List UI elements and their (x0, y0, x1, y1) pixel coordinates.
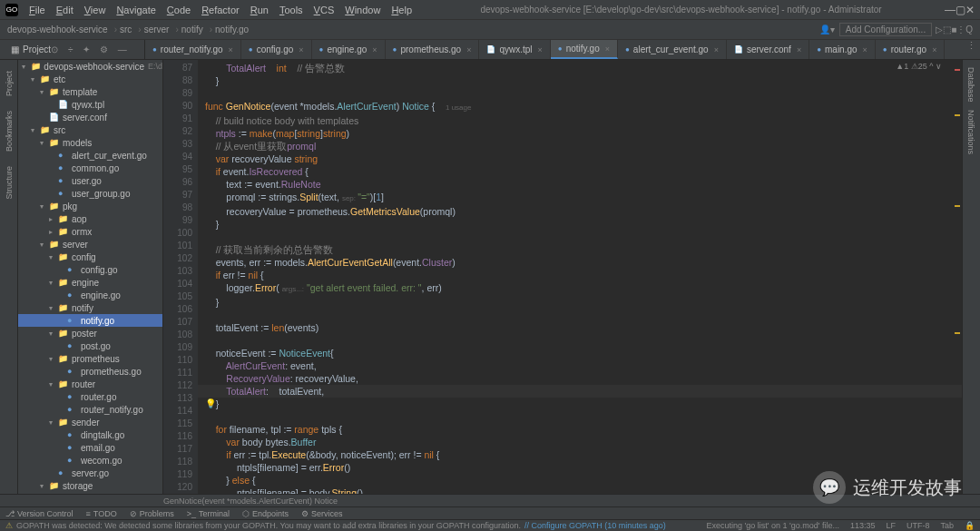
tab-router_notify-go[interactable]: ●router_notify.go× (145, 40, 241, 59)
tree-arrow-icon[interactable]: ▾ (49, 418, 58, 427)
tab-close-icon[interactable]: × (714, 45, 719, 54)
tree-item-server-conf[interactable]: 📄server.conf (18, 111, 162, 123)
tree-item-prometheus-go[interactable]: ●prometheus.go (18, 365, 162, 378)
tree-item-server-go[interactable]: ●server.go (18, 467, 162, 479)
tree-arrow-icon[interactable]: ▾ (49, 380, 58, 388)
status-link[interactable]: // Configure GOPATH (10 minutes ago) (524, 521, 666, 530)
breadcrumb-segment[interactable]: src (120, 25, 132, 34)
status-field[interactable]: UTF-8 (906, 521, 930, 530)
tab-close-icon[interactable]: × (466, 45, 471, 54)
tree-arrow-icon[interactable]: ▸ (49, 228, 58, 236)
tree-arrow-icon[interactable]: ▾ (40, 241, 49, 249)
menu-refactor[interactable]: Refactor (196, 5, 245, 15)
tabs-more-icon[interactable]: ⋮ (962, 40, 980, 59)
tab-close-icon[interactable]: × (538, 45, 543, 54)
menu-edit[interactable]: Edit (51, 5, 79, 15)
project-header-tools[interactable]: ⊙ ÷ ✦ ⚙ — (51, 44, 131, 54)
tree-arrow-icon[interactable]: ▾ (49, 253, 58, 261)
tool-problems[interactable]: ⊘Problems (130, 509, 174, 518)
tab-close-icon[interactable]: × (229, 45, 233, 54)
project-tree[interactable]: ▾📁devops-webhook-serviceE:\d▾📁etc▾📁templ… (18, 60, 162, 494)
menu-tools[interactable]: Tools (274, 5, 309, 15)
tab-server-conf[interactable]: 📄server.conf× (727, 40, 809, 59)
tree-item-storage-go[interactable]: ●storage.go (18, 492, 162, 494)
intention-bulb-icon[interactable]: 💡 (205, 398, 216, 410)
tree-item-engine[interactable]: ▾📁engine (18, 276, 162, 289)
tree-arrow-icon[interactable]: ▾ (40, 482, 49, 490)
tree-item-etc[interactable]: ▾📁etc (18, 73, 162, 85)
tree-item-models[interactable]: ▾📁models (18, 136, 162, 149)
tree-arrow-icon[interactable]: ▾ (31, 75, 40, 84)
bookmarks-rail-label[interactable]: Bookmarks (5, 111, 14, 152)
tree-item-config-go[interactable]: ●config.go (18, 263, 162, 276)
maximize-button[interactable]: ▢ (956, 4, 965, 16)
tree-item-notify[interactable]: ▾📁notify (18, 301, 162, 314)
tree-item-router-go[interactable]: ●router.go (18, 390, 162, 403)
toolbar-icon[interactable]: Q (965, 25, 973, 34)
tab-close-icon[interactable]: × (372, 45, 377, 54)
tree-item-devops-webhook-service[interactable]: ▾📁devops-webhook-serviceE:\d (18, 60, 162, 73)
tree-arrow-icon[interactable]: ▾ (49, 279, 58, 287)
tree-arrow-icon[interactable]: ▾ (40, 202, 49, 211)
tree-arrow-icon[interactable]: ▾ (40, 139, 49, 147)
close-button[interactable]: ✕ (965, 4, 975, 16)
tree-item-user_group-go[interactable]: ●user_group.go (18, 187, 162, 200)
tree-item-wecom-go[interactable]: ●wecom.go (18, 454, 162, 467)
tab-notify-go[interactable]: ●notify.go× (551, 40, 618, 59)
menu-vcs[interactable]: VCS (309, 5, 340, 15)
tool-endpoints[interactable]: ⬡Endpoints (242, 509, 289, 518)
tree-arrow-icon[interactable]: ▾ (49, 355, 58, 363)
tree-item-router_notify-go[interactable]: ●router_notify.go (18, 403, 162, 416)
editor-breadcrumb[interactable]: GenNotice(event *models.AlertCurEvent) N… (0, 494, 980, 506)
toolbar-icon[interactable]: ▷ (936, 25, 943, 34)
tree-arrow-icon[interactable]: ▾ (31, 126, 40, 134)
tree-item-ormx[interactable]: ▸📁ormx (18, 225, 162, 238)
tree-item-user-go[interactable]: ●user.go (18, 174, 162, 187)
menu-help[interactable]: Help (386, 5, 417, 15)
inspection-summary[interactable]: ▲1 ⚠25 ^ ∨ (896, 62, 942, 71)
tab-close-icon[interactable]: × (932, 45, 936, 54)
tree-item-sender[interactable]: ▾📁sender (18, 416, 162, 428)
run-config-combo[interactable]: Add Configuration... (839, 23, 932, 36)
menu-navigate[interactable]: Navigate (111, 5, 161, 15)
breadcrumb-segment[interactable]: notify (181, 25, 203, 34)
tree-item-aop[interactable]: ▸📁aop (18, 212, 162, 225)
tab-engine-go[interactable]: ●engine.go× (312, 40, 386, 59)
breadcrumb-segment[interactable]: notify.go (215, 25, 249, 34)
code-editor[interactable]: 8788899091929394959697989910010110210310… (163, 60, 962, 494)
tree-item-server[interactable]: ▾📁server (18, 238, 162, 251)
toolbar-icon[interactable]: ⬚ (943, 25, 951, 34)
structure-rail-label[interactable]: Structure (5, 166, 14, 200)
project-rail-label[interactable]: Project (5, 71, 14, 96)
tab-alert_cur_event-go[interactable]: ●alert_cur_event.go× (618, 40, 727, 59)
tree-arrow-icon[interactable]: ▸ (49, 215, 58, 223)
tree-item-qywx-tpl[interactable]: 📄qywx.tpl (18, 98, 162, 111)
tab-main-go[interactable]: ●main.go× (809, 40, 876, 59)
tree-item-poster[interactable]: ▾📁poster (18, 327, 162, 339)
tree-item-router[interactable]: ▾📁router (18, 378, 162, 390)
menu-window[interactable]: Window (339, 5, 386, 15)
tree-item-prometheus[interactable]: ▾📁prometheus (18, 352, 162, 365)
tree-item-storage[interactable]: ▾📁storage (18, 479, 162, 492)
tree-item-common-go[interactable]: ●common.go (18, 162, 162, 174)
tab-close-icon[interactable]: × (605, 44, 610, 54)
tree-item-config[interactable]: ▾📁config (18, 251, 162, 263)
code-area[interactable]: TotalAlert int // 告警总数 } func GenNotice(… (198, 60, 962, 494)
tree-arrow-icon[interactable]: ▾ (22, 63, 31, 71)
minimize-button[interactable]: — (945, 4, 956, 16)
tool-terminal[interactable]: >_Terminal (187, 509, 230, 518)
tool-services[interactable]: ⚙Services (301, 509, 343, 518)
tab-close-icon[interactable]: × (797, 45, 801, 54)
menu-file[interactable]: File (24, 5, 51, 15)
status-field[interactable]: 113:35 (850, 521, 876, 530)
tree-item-pkg[interactable]: ▾📁pkg (18, 200, 162, 212)
breadcrumb-segment[interactable]: server (144, 25, 170, 34)
tree-item-dingtalk-go[interactable]: ●dingtalk.go (18, 428, 162, 441)
tree-item-email-go[interactable]: ●email.go (18, 441, 162, 454)
tab-config-go[interactable]: ●config.go× (241, 40, 312, 59)
tree-item-notify-go[interactable]: ●notify.go (18, 314, 162, 327)
notifications-rail-label[interactable]: Notifications (963, 110, 975, 154)
status-field[interactable]: Tab (940, 521, 954, 530)
tree-item-template[interactable]: ▾📁template (18, 85, 162, 98)
menu-code[interactable]: Code (162, 5, 196, 15)
